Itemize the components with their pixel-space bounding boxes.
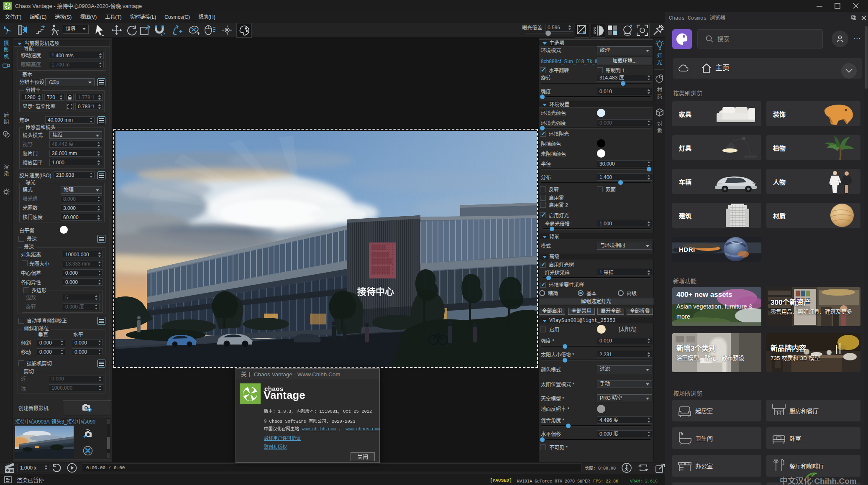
svg-text:A: A <box>582 30 586 35</box>
